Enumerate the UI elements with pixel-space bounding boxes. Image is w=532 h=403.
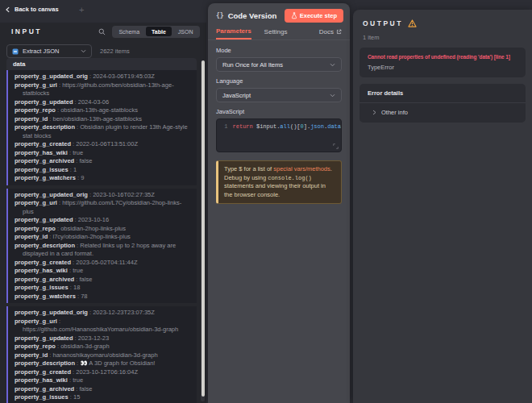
input-scrollbar-thumb[interactable]: [202, 60, 205, 397]
table-header-data[interactable]: data: [6, 58, 197, 70]
table-row[interactable]: property_g_updated2023-10-16: [8, 216, 197, 225]
warning-icon: [408, 19, 417, 27]
input-source-select[interactable]: Extract JSON: [6, 44, 92, 58]
language-select[interactable]: JavaScript: [216, 88, 342, 102]
table-row[interactable]: property_has_wikitrue: [8, 267, 197, 276]
table-row[interactable]: property_has_wikitrue: [8, 149, 197, 158]
table-row[interactable]: property_g_watchers78: [8, 293, 197, 301]
table-row[interactable]: property_g_issues15: [8, 393, 197, 402]
tab-schema[interactable]: Schema: [113, 27, 145, 36]
error-details-title: Error details: [368, 89, 517, 97]
table-row[interactable]: property_g_created2023-10-12T06:16:04Z: [8, 368, 197, 377]
language-value: JavaScript: [222, 92, 330, 99]
table-row[interactable]: property_idben/obsidian-13th-age-statblo…: [8, 115, 197, 124]
mode-value: Run Once for All Items: [222, 61, 330, 69]
table-row[interactable]: property_descriptionRelated links up to …: [8, 242, 197, 259]
expand-editor-icon[interactable]: [333, 143, 339, 149]
input-source-label: Extract JSON: [23, 48, 77, 55]
mode-select[interactable]: Run Once for All Items: [216, 57, 342, 72]
line-number: 1: [217, 123, 228, 130]
table-row[interactable]: property_repoobsidian-3d-graph: [8, 343, 197, 351]
code-field-label: JavaScript: [216, 108, 342, 115]
docs-link[interactable]: Docs: [319, 28, 342, 39]
tab-parameters[interactable]: Parameters: [216, 27, 251, 39]
table-row[interactable]: property_has_wikitrue: [8, 376, 197, 385]
table-row[interactable]: property_descriptionObsidian plugin to r…: [8, 123, 197, 140]
table-row[interactable]: property_g_issues1: [8, 166, 197, 175]
error-details-card: Error details Other info: [360, 84, 526, 123]
tab-settings[interactable]: Settings: [264, 28, 288, 39]
table-row[interactable]: property_g_updated_orig2024-03-06T19:45:…: [8, 73, 197, 81]
code-line: 1return $input.all()[0].json.data: [217, 119, 341, 130]
other-info-toggle[interactable]: Other info: [368, 109, 517, 116]
chevron-down-icon: [330, 63, 335, 67]
code-hint: Type $ for a list of special vars/method…: [216, 160, 342, 204]
input-items-count: 2622 items: [100, 48, 130, 55]
table-row[interactable]: property_g_archivedfalse: [8, 157, 197, 166]
other-info-label: Other info: [381, 109, 408, 116]
table-row[interactable]: property_repoobsidian-13th-age-statblock…: [8, 106, 197, 115]
tab-table[interactable]: Table: [146, 27, 172, 36]
table-row[interactable]: property_g_archivedfalse: [8, 385, 197, 394]
node-icon: [12, 48, 19, 55]
table-row[interactable]: property_g_updated2024-03-06: [8, 98, 197, 107]
back-arrow-icon: [5, 6, 11, 13]
table-row[interactable]: property_g_urlhttps://github.com/L7Cy/ob…: [8, 199, 197, 216]
table-row[interactable]: property_g_updated_orig2023-10-16T02:27:…: [8, 191, 197, 200]
table-row[interactable]: property_g_watchers9: [8, 174, 197, 183]
table-row[interactable]: property_g_created2023-05-02T04:11:44Z: [8, 259, 197, 268]
braces-icon: {}: [216, 12, 224, 19]
error-message: Cannot read properties of undefined (rea…: [368, 54, 517, 60]
output-panel-title: OUTPUT: [363, 19, 403, 27]
output-items-count: 1 item: [353, 31, 532, 48]
flask-icon: [291, 12, 297, 19]
input-view-tabs: Schema Table JSON: [112, 26, 200, 38]
chevron-right-icon: [372, 110, 376, 115]
back-to-canvas-button[interactable]: Back to canvas: [5, 6, 59, 13]
input-panel-title: INPUT: [11, 27, 42, 35]
table-row[interactable]: property_g_urlhttps://github.com/ben/obs…: [8, 81, 197, 98]
input-table-body: property_g_updated_orig2024-03-06T19:45:…: [6, 70, 197, 403]
code-editor[interactable]: 1return $input.all()[0].json.data: [216, 118, 342, 152]
external-link-icon: [336, 29, 342, 35]
error-type: TypeError: [368, 64, 517, 71]
chevron-down-icon: [330, 93, 335, 98]
table-row-group[interactable]: property_g_updated_orig2024-03-06T19:45:…: [6, 70, 197, 185]
code-node-panel: {} Code Version Execute step Parameters …: [208, 3, 350, 403]
divider: [360, 102, 526, 103]
back-to-canvas-label: Back to canvas: [15, 6, 59, 13]
input-panel: INPUT Schema Table JSON Extract JSON 262…: [0, 23, 206, 403]
input-table: data property_g_updated_orig2024-03-06T1…: [6, 58, 197, 403]
input-scrollbar[interactable]: [201, 60, 205, 401]
table-row[interactable]: property_g_archivedfalse: [8, 276, 197, 285]
search-icon[interactable]: [98, 28, 106, 35]
table-row[interactable]: property_g_updated2023-12-23: [8, 334, 197, 343]
table-row[interactable]: property_idl7cy/obsidian-2hop-links-plus: [8, 233, 197, 242]
table-row-group[interactable]: property_g_updated_orig2023-12-23T23:07:…: [6, 306, 197, 403]
language-label: Language: [216, 77, 342, 85]
chevron-down-icon: [81, 49, 86, 53]
table-row[interactable]: property_g_updated_orig2023-12-23T23:07:…: [8, 309, 197, 318]
mode-label: Mode: [216, 47, 342, 54]
error-card: Cannot read properties of undefined (rea…: [360, 48, 526, 77]
execute-step-label: Execute step: [300, 12, 337, 19]
output-panel: OUTPUT 1 item Cannot read properties of …: [353, 10, 532, 403]
docs-label: Docs: [319, 28, 334, 35]
table-row[interactable]: property_description👀 A 3D graph for Obs…: [8, 359, 197, 368]
table-row[interactable]: property_g_created2022-01-06T13:51:00Z: [8, 140, 197, 149]
table-row[interactable]: property_repoobsidian-2hop-links-plus: [8, 225, 197, 234]
execute-step-button[interactable]: Execute step: [285, 9, 343, 23]
table-row[interactable]: property_g_issues18: [8, 284, 197, 293]
table-row-group[interactable]: property_g_updated_orig2023-10-16T02:27:…: [6, 189, 197, 304]
tab-json[interactable]: JSON: [172, 27, 199, 36]
canvas-plus-icon[interactable]: +: [79, 5, 84, 15]
table-row[interactable]: property_g_urlhttps://github.com/Hananos…: [8, 318, 197, 334]
node-title: Code Version: [228, 11, 285, 20]
table-row[interactable]: property_idhananoshikayomaru/obsidian-3d…: [8, 351, 197, 360]
